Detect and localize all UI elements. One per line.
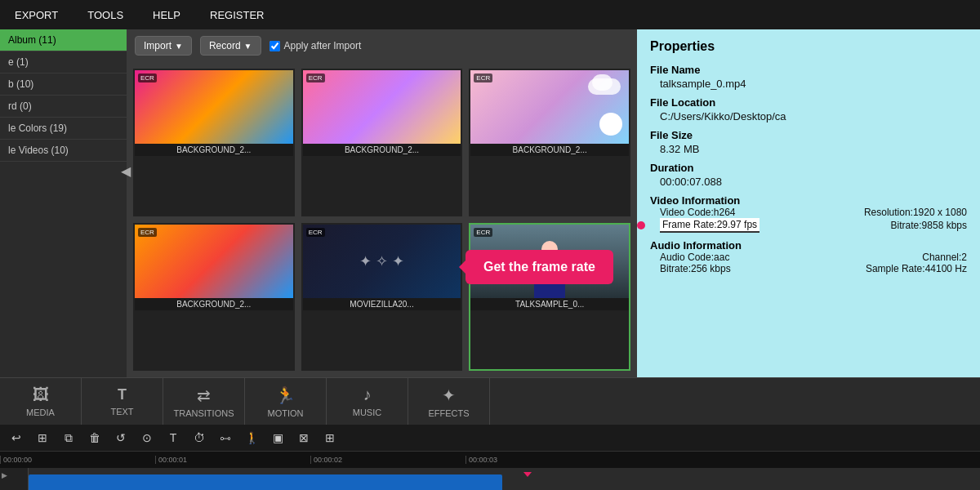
prop-group-location: File Location C:/Users/Kikko/Desktop/ca: [650, 96, 967, 122]
record-button[interactable]: Record ▼: [200, 36, 261, 56]
transform-button[interactable]: ⊠: [294, 428, 314, 448]
tab-text[interactable]: T TEXT: [82, 378, 163, 425]
apply-after-import-checkbox[interactable]: Apply after Import: [270, 40, 362, 51]
track-clip[interactable]: [29, 474, 502, 490]
thumb-badge-4: ECR: [138, 228, 157, 237]
prop-value-duration: 00:00:07.088: [650, 176, 967, 188]
prop-group-video-info: Video Information Video Code:h264 Resolu…: [650, 194, 967, 233]
timeline-controls: ↩ ⊞ ⧉ 🗑 ↺ ⊙ T ⏱ ⧟ 🚶 ▣ ⊠ ⊞: [0, 425, 980, 452]
timeline-track[interactable]: ▶: [0, 468, 980, 490]
sidebar-item-videos[interactable]: le Videos (10): [0, 140, 127, 162]
tab-transitions-label: TRANSITIONS: [174, 408, 234, 418]
speed-button[interactable]: ⊙: [137, 428, 157, 448]
media-item-2[interactable]: ECR BACKGROUND_2...: [301, 69, 463, 216]
tooltip-bubble: Get the frame rate: [466, 250, 613, 284]
text-icon: T: [118, 386, 127, 403]
prop-label-filename: File Name: [650, 64, 967, 76]
time-button[interactable]: ⏱: [189, 428, 209, 448]
copy-button[interactable]: ⧉: [59, 428, 78, 448]
tab-text-label: TEXT: [110, 407, 133, 416]
media-item-6[interactable]: ECR TALKSAMPLE_0...: [469, 223, 630, 371]
media-item-4[interactable]: ECR BACKGROUND_2...: [133, 223, 295, 371]
import-button[interactable]: Import ▼: [135, 36, 192, 56]
sidebar-item-album[interactable]: Album (11): [0, 29, 127, 51]
split-button[interactable]: ⧟: [216, 428, 235, 448]
menu-tools[interactable]: TOOLS: [81, 6, 130, 24]
tooltip-arrow-icon: [459, 261, 466, 274]
thumb-label-3: BACKGROUND_2...: [470, 144, 629, 156]
menu-bar: EXPORT TOOLS HELP REGISTER: [0, 0, 980, 29]
thumb-label-4: BACKGROUND_2...: [135, 298, 293, 310]
center-area: Import ▼ Record ▼ Apply after Import ECR…: [127, 29, 637, 377]
music-icon: ♪: [363, 385, 372, 404]
prop-sample-rate: Sample Rate:44100 Hz: [866, 263, 967, 274]
track-label: ▶: [0, 468, 28, 483]
media-icon: 🖼: [33, 385, 49, 404]
prop-label-audio-info: Audio Information: [650, 239, 967, 252]
prop-value-location: C:/Users/Kikko/Desktop/ca: [650, 110, 967, 122]
prop-label-video-info: Video Information: [650, 194, 967, 207]
tab-motion-label: MOTION: [268, 408, 304, 418]
media-grid: ECR BACKGROUND_2... ECR BACKGROUND_2... …: [127, 62, 637, 377]
text-tl-button[interactable]: T: [163, 428, 183, 448]
media-item-3[interactable]: ECR BACKGROUND_2...: [469, 69, 630, 216]
tab-music[interactable]: ♪ MUSIC: [327, 378, 408, 425]
timeline-area: ↩ ⊞ ⧉ 🗑 ↺ ⊙ T ⏱ ⧟ 🚶 ▣ ⊠ ⊞ 00:00:00 00:00…: [0, 425, 980, 490]
timeline-ruler: 00:00:00 00:00:01 00:00:02 00:00:03: [0, 452, 980, 468]
ruler-mark-2: 00:00:02: [310, 456, 466, 464]
record-arrow-icon: ▼: [244, 42, 252, 51]
tab-motion[interactable]: 🏃 MOTION: [245, 378, 327, 425]
thumb-label-2: BACKGROUND_2...: [303, 144, 461, 156]
menu-help[interactable]: HELP: [146, 6, 187, 24]
prop-group-audio-info: Audio Information Audio Code:aac Channel…: [650, 239, 967, 274]
apply-checkbox-input[interactable]: [270, 41, 280, 51]
sidebar-item-e[interactable]: e (1): [0, 51, 127, 74]
thumb-badge-3: ECR: [474, 74, 492, 82]
thumb-label-1: BACKGROUND_2...: [135, 144, 293, 156]
prop-label-duration: Duration: [650, 162, 967, 174]
thumb-label-5: MOVIEZILLA20...: [303, 298, 461, 310]
bottom-tabs: 🖼 MEDIA T TEXT ⇄ TRANSITIONS 🏃 MOTION ♪ …: [0, 377, 980, 425]
sidebar-item-b[interactable]: b (10): [0, 74, 127, 96]
ruler-mark-3: 00:00:03: [466, 456, 621, 464]
prop-group-size: File Size 8.32 MB: [650, 129, 967, 155]
tooltip-container: Get the frame rate: [466, 250, 613, 284]
menu-export[interactable]: EXPORT: [8, 6, 65, 24]
media-item-1[interactable]: ECR BACKGROUND_2...: [133, 69, 295, 216]
prop-group-duration: Duration 00:00:07.088: [650, 162, 967, 188]
prop-label-size: File Size: [650, 129, 967, 141]
main-content: Album (11) e (1) b (10) rd (0) le Colors…: [0, 29, 980, 377]
prop-row-audio-codec: Audio Code:aac Channel:2: [650, 252, 967, 263]
menu-register[interactable]: REGISTER: [203, 6, 270, 24]
grid-button[interactable]: ⊞: [320, 428, 340, 448]
prop-bitrate-video: Bitrate:9858 kbps: [891, 220, 967, 231]
prop-group-filename: File Name talksample_0.mp4: [650, 64, 967, 90]
prop-bitrate-audio: Bitrate:256 kbps: [660, 263, 731, 274]
walk-button[interactable]: 🚶: [242, 428, 261, 448]
prop-row-codec: Video Code:h264 Resolution:1920 x 1080: [650, 207, 967, 218]
effects-icon: ✦: [442, 385, 456, 405]
adjust-button[interactable]: ⊞: [33, 428, 52, 448]
properties-title: Properties: [650, 39, 967, 54]
playhead-top: [523, 472, 532, 477]
crop-button[interactable]: ▣: [268, 428, 287, 448]
tab-effects[interactable]: ✦ EFFECTS: [408, 378, 490, 425]
motion-icon: 🏃: [275, 385, 296, 405]
ruler-mark-0: 00:00:00: [0, 456, 155, 464]
properties-panel: Properties File Name talksample_0.mp4 Fi…: [637, 29, 980, 377]
sidebar-item-colors[interactable]: le Colors (19): [0, 118, 127, 140]
thumb-badge-6: ECR: [474, 228, 492, 237]
undo-button[interactable]: ↩: [7, 428, 26, 448]
tab-media-label: MEDIA: [26, 408, 55, 417]
tab-media[interactable]: 🖼 MEDIA: [0, 378, 82, 425]
toolbar-row: Import ▼ Record ▼ Apply after Import: [127, 29, 637, 62]
rotate-button[interactable]: ↺: [111, 428, 131, 448]
import-arrow-icon: ▼: [175, 42, 183, 51]
media-item-5[interactable]: ECR ✦ ✧ ✦ MOVIEZILLA20...: [301, 223, 463, 371]
sidebar-item-rd[interactable]: rd (0): [0, 96, 127, 118]
prop-resolution: Resolution:1920 x 1080: [864, 207, 967, 218]
left-sidebar: Album (11) e (1) b (10) rd (0) le Colors…: [0, 29, 127, 377]
delete-button[interactable]: 🗑: [85, 428, 105, 448]
tab-transitions[interactable]: ⇄ TRANSITIONS: [163, 378, 245, 425]
collapse-arrow[interactable]: ◀: [121, 163, 131, 179]
